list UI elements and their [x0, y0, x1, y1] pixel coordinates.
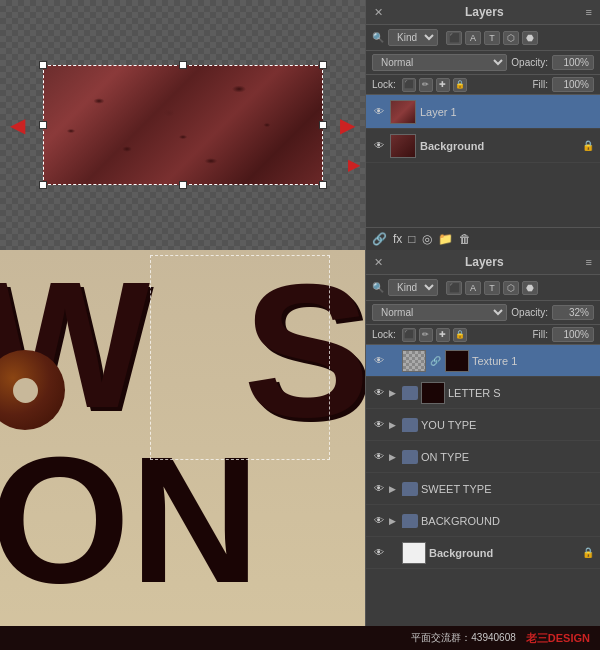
folder-icon-on-type — [402, 450, 418, 464]
layer-name-background-top: Background — [420, 140, 578, 152]
thumb-texture1-checker — [402, 350, 426, 372]
fill-value-bottom[interactable]: 100% — [552, 327, 594, 342]
filter-text-top[interactable]: T — [484, 31, 500, 45]
layer-item-texture1[interactable]: 👁 🔗 Texture 1 — [366, 345, 600, 377]
layer-item-sweet-type[interactable]: 👁 ▶ SWEET TYPE — [366, 473, 600, 505]
group-arrow-background-group[interactable]: ▶ — [389, 516, 399, 526]
filter-shape-top[interactable]: ⬡ — [503, 31, 519, 45]
eye-icon-texture1[interactable]: 👁 — [372, 355, 386, 367]
filter-smart-top[interactable]: ⬣ — [522, 31, 538, 45]
eye-icon-background-top[interactable]: 👁 — [372, 140, 386, 152]
fill-label-top: Fill: — [532, 79, 548, 90]
fx-icon-top[interactable]: fx — [393, 232, 402, 246]
canvas-top: ◀ ▶ — [0, 0, 365, 250]
adj-icon-top[interactable]: ◎ — [422, 232, 432, 246]
transform-handle-tr[interactable] — [319, 61, 327, 69]
eye-icon-you-type[interactable]: 👁 — [372, 419, 386, 431]
lock-position-btn-b[interactable]: ✏ — [419, 328, 433, 342]
transform-handle-mr[interactable] — [319, 121, 327, 129]
opacity-label-top: Opacity: — [511, 57, 548, 68]
transform-handle-bl[interactable] — [39, 181, 47, 189]
group-arrow-you-type[interactable]: ▶ — [389, 420, 399, 430]
lock-position-btn[interactable]: ✏ — [419, 78, 433, 92]
folder-icon-background-group — [402, 514, 418, 528]
lock-row-top: Lock: ⬛ ✏ ✚ 🔒 Fill: 100% — [366, 75, 600, 95]
fill-value-top[interactable]: 100% — [552, 77, 594, 92]
blend-dropdown-top[interactable]: Normal — [372, 54, 507, 71]
thumb-texture1-dark — [445, 350, 469, 372]
filter-pixel-top[interactable]: ⬛ — [446, 31, 462, 45]
layer-item-letters[interactable]: 👁 ▶ LETTER S — [366, 377, 600, 409]
brand-bar: 平面交流群：43940608 老三DESIGN — [0, 626, 600, 650]
layer-thumb-layer1 — [390, 100, 416, 124]
opacity-value-bottom[interactable]: 32% — [552, 305, 594, 320]
eye-icon-sweet-type[interactable]: 👁 — [372, 483, 386, 495]
eye-icon-letters[interactable]: 👁 — [372, 387, 386, 399]
group-arrow-letters[interactable]: ▶ — [389, 388, 399, 398]
kind-dropdown-top[interactable]: Kind — [388, 29, 438, 46]
folder-icon-top[interactable]: 📁 — [438, 232, 453, 246]
bottom-section: W S ON Textbook ▶ ✕ Layers ≡ 🔍 Kind ⬛ A — [0, 250, 600, 650]
search-bar-top: 🔍 Kind ⬛ A T ⬡ ⬣ — [366, 25, 600, 51]
mask-icon-top[interactable]: □ — [408, 232, 415, 246]
letter-on: ON — [0, 430, 260, 610]
arrow-left-indicator: ◀ — [10, 113, 25, 137]
layer-item-you-type[interactable]: 👁 ▶ YOU TYPE — [366, 409, 600, 441]
transform-handle-bm[interactable] — [179, 181, 187, 189]
layer-name-you-type: YOU TYPE — [421, 419, 594, 431]
layer-item-layer1[interactable]: 👁 Layer 1 — [366, 95, 600, 129]
group-arrow-on-type[interactable]: ▶ — [389, 452, 399, 462]
panel-close-top[interactable]: ✕ — [374, 6, 383, 19]
eye-icon-on-type[interactable]: 👁 — [372, 451, 386, 463]
transform-handle-ml[interactable] — [39, 121, 47, 129]
layer-name-layer1: Layer 1 — [420, 106, 594, 118]
panel-menu-icon-bottom[interactable]: ≡ — [586, 256, 592, 268]
transform-handle-br[interactable] — [319, 181, 327, 189]
eye-icon-background-group[interactable]: 👁 — [372, 515, 386, 527]
layers-list-bottom: 👁 🔗 Texture 1 👁 ▶ LETTER S — [366, 345, 600, 627]
lock-all-btn-b[interactable]: 🔒 — [453, 328, 467, 342]
filter-adj-top[interactable]: A — [465, 31, 481, 45]
panel-header-icons-top: ≡ — [586, 6, 592, 18]
layer-item-background-top[interactable]: 👁 Background 🔒 — [366, 129, 600, 163]
transform-handle-tl[interactable] — [39, 61, 47, 69]
filter-icons-top: ⬛ A T ⬡ ⬣ — [446, 31, 538, 45]
top-section: ◀ ▶ ✕ Layers ≡ 🔍 Kind ⬛ A T ⬡ ⬣ — [0, 0, 600, 250]
search-icon-bottom: 🔍 — [372, 282, 384, 293]
panel-close-bottom[interactable]: ✕ — [374, 256, 383, 269]
lock-artboard-btn-b[interactable]: ✚ — [436, 328, 450, 342]
filter-text-bottom[interactable]: T — [484, 281, 500, 295]
panel-header-top: ✕ Layers ≡ — [366, 0, 600, 25]
thumb-background-bottom — [402, 542, 426, 564]
layer-item-background-group[interactable]: 👁 ▶ BACKGROUND — [366, 505, 600, 537]
kind-dropdown-bottom[interactable]: Kind — [388, 279, 438, 296]
group-arrow-sweet-type[interactable]: ▶ — [389, 484, 399, 494]
eye-icon-background-bottom[interactable]: 👁 — [372, 547, 386, 559]
layer-item-on-type[interactable]: 👁 ▶ ON TYPE — [366, 441, 600, 473]
link-icon-top[interactable]: 🔗 — [372, 232, 387, 246]
layers-list-top: 👁 Layer 1 👁 Background 🔒 — [366, 95, 600, 227]
layer-name-on-type: ON TYPE — [421, 451, 594, 463]
layer-item-background-bottom[interactable]: 👁 Background 🔒 — [366, 537, 600, 569]
community-label: 平面交流群：43940608 — [411, 631, 516, 645]
lock-artboard-btn[interactable]: ✚ — [436, 78, 450, 92]
panel-header-icons-bottom: ≡ — [586, 256, 592, 268]
filter-smart-bottom[interactable]: ⬣ — [522, 281, 538, 295]
lock-icons-bottom: ⬛ ✏ ✚ 🔒 — [402, 328, 467, 342]
blend-dropdown-bottom[interactable]: Normal — [372, 304, 507, 321]
blend-row-top: Normal Opacity: 100% — [366, 51, 600, 75]
filter-adj-bottom[interactable]: A — [465, 281, 481, 295]
arrow-right-indicator: ▶ — [340, 113, 355, 137]
eye-icon-layer1[interactable]: 👁 — [372, 106, 386, 118]
lock-pixels-btn[interactable]: ⬛ — [402, 78, 416, 92]
filter-shape-bottom[interactable]: ⬡ — [503, 281, 519, 295]
transform-handle-tm[interactable] — [179, 61, 187, 69]
panel-menu-icon-top[interactable]: ≡ — [586, 6, 592, 18]
filter-pixel-bottom[interactable]: ⬛ — [446, 281, 462, 295]
trash-icon-top[interactable]: 🗑 — [459, 232, 471, 246]
arrow-indicator-top: ▶ — [348, 155, 360, 174]
layer-name-sweet-type: SWEET TYPE — [421, 483, 594, 495]
lock-all-btn[interactable]: 🔒 — [453, 78, 467, 92]
opacity-value-top[interactable]: 100% — [552, 55, 594, 70]
lock-pixels-btn-b[interactable]: ⬛ — [402, 328, 416, 342]
